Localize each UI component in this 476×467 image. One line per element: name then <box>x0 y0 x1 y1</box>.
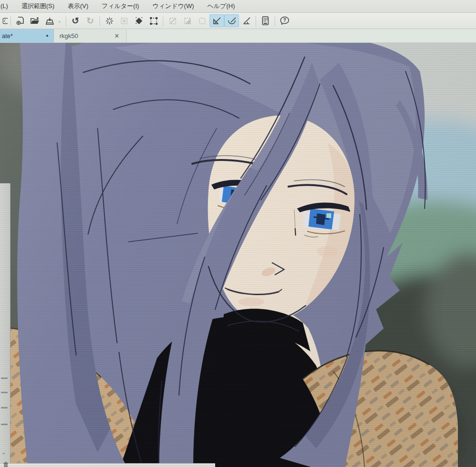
snap-grid-icon[interactable] <box>239 14 254 27</box>
tab-illustrate[interactable]: ate* ● <box>0 29 54 42</box>
menu-bar: ー(L) 選択範囲(S) 表示(V) フィルター(I) ウィンドウ(W) ヘルプ… <box>0 0 476 13</box>
collapse-chevron-icon[interactable]: ⌄ <box>1 449 6 456</box>
panel-mark <box>1 378 8 379</box>
left-panel-edge-scrollbar[interactable]: ⌄ <box>0 183 10 467</box>
stencil-selection-icon <box>195 14 209 27</box>
tab-label: rkgk50 <box>60 32 78 40</box>
svg-text:?: ? <box>283 18 286 23</box>
transform-icon[interactable] <box>146 14 161 27</box>
toolbar-separator <box>99 16 100 26</box>
crop-selection-icon <box>165 14 180 27</box>
help-icon[interactable]: ? <box>277 14 292 27</box>
invert-selection-icon[interactable] <box>131 14 146 27</box>
menu-view[interactable]: 表示(V) <box>61 0 95 12</box>
close-tab-icon[interactable]: ✕ <box>113 32 120 40</box>
tablet-controller-icon[interactable] <box>258 14 273 27</box>
panel-mark <box>1 392 8 393</box>
reselect-icon <box>117 14 131 27</box>
menu-layer[interactable]: ー(L) <box>0 0 15 12</box>
deselect-icon[interactable] <box>102 14 117 27</box>
clipped-tool-icon[interactable] <box>1 14 8 27</box>
tab-rkgk50[interactable]: rkgk50 ✕ <box>54 29 127 42</box>
menu-help[interactable]: ヘルプ(H) <box>201 0 242 12</box>
toolbar: ⌄ ↺ ↻ <box>0 13 476 29</box>
undo-icon[interactable]: ↺ <box>68 14 83 27</box>
status-bar <box>0 463 215 467</box>
menu-select[interactable]: 選択範囲(S) <box>15 0 61 12</box>
toolbar-separator <box>163 16 163 26</box>
tab-label: ate* <box>2 32 13 40</box>
artwork-illustration <box>0 43 476 467</box>
document-tab-bar: ate* ● rkgk50 ✕ <box>0 29 476 43</box>
toolbar-separator <box>66 16 66 26</box>
redo-icon: ↻ <box>83 14 98 27</box>
trash-icon[interactable]: 🗑 <box>3 461 9 467</box>
open-file-icon[interactable] <box>28 14 42 27</box>
panel-mark <box>1 424 8 425</box>
save-icon[interactable] <box>42 14 57 27</box>
toolbar-separator <box>10 16 11 26</box>
save-dropdown-chevron[interactable]: ⌄ <box>56 14 63 27</box>
modified-dot-icon: ● <box>46 33 49 38</box>
menu-window[interactable]: ウィンドウ(W) <box>146 0 200 12</box>
toolbar-separator <box>275 16 275 26</box>
snap-special-ruler-icon[interactable] <box>224 14 239 27</box>
panel-mark <box>1 407 8 408</box>
mask-selection-icon <box>180 14 195 27</box>
canvas-document[interactable]: ⌄ 🗑 <box>0 43 476 467</box>
paint-app-window: ー(L) 選択範囲(S) 表示(V) フィルター(I) ウィンドウ(W) ヘルプ… <box>0 0 476 467</box>
menu-filter[interactable]: フィルター(I) <box>95 0 146 12</box>
snap-ruler-icon[interactable] <box>209 14 224 27</box>
toolbar-separator <box>256 16 256 26</box>
new-file-icon[interactable] <box>13 14 28 27</box>
